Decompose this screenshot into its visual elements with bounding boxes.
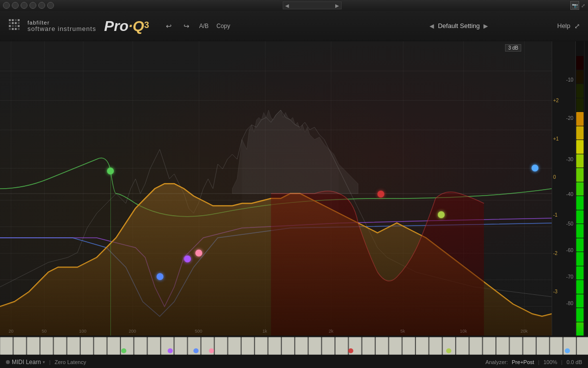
freq-label-500: 500 (195, 329, 202, 334)
kb-dot-pink (209, 348, 214, 353)
help-button[interactable]: Help (557, 22, 570, 29)
gain-minus2: -2 (553, 251, 558, 256)
svg-rect-15 (18, 28, 20, 30)
freq-label-20: 20 (8, 329, 13, 334)
eq-main: 3 dB (0, 41, 588, 336)
svg-rect-20 (0, 336, 588, 355)
freq-label-10k: 10k (460, 329, 467, 334)
title-bar-button-1[interactable] (3, 2, 10, 9)
kb-dot-yellow-green (446, 348, 452, 353)
midi-learn-area: MIDI Learn ▾ (6, 359, 45, 366)
svg-rect-12 (9, 28, 11, 30)
piano-keys-overlay[interactable] (0, 336, 588, 355)
kb-dot-light-blue (565, 348, 570, 353)
svg-rect-0 (9, 19, 11, 21)
analyzer-label: Analyzer: (485, 359, 508, 365)
freq-label-20k: 20k (521, 329, 528, 334)
freq-label-1k: 1k (263, 329, 267, 334)
svg-rect-14 (15, 28, 17, 30)
copy-button[interactable]: Copy (216, 23, 230, 29)
title-bar: ◀ ▶ 📷 ⤢ (0, 0, 588, 11)
filter-dot-blue[interactable] (157, 273, 163, 280)
preset-area: ◀ Default Setting ▶ (360, 22, 557, 29)
pro-label: Pro (104, 18, 129, 34)
freq-label-200: 200 (129, 329, 136, 334)
db-minus40: -40 (566, 192, 573, 197)
gain-value: 0.0 dB (566, 359, 582, 365)
zoom-area[interactable]: 100% (543, 359, 557, 365)
db-minus20: -20 (566, 115, 573, 120)
title-bar-resize[interactable]: ⤢ (581, 3, 585, 8)
logo-icon (8, 18, 24, 34)
redo-button[interactable]: ↪ (182, 21, 191, 31)
kb-dot-purple (168, 348, 173, 353)
svg-rect-9 (12, 25, 14, 27)
scrollbar-right[interactable] (584, 41, 588, 336)
next-preset-button[interactable]: ▶ (483, 23, 488, 29)
brand-text: fabfilter software instruments (27, 20, 96, 32)
midi-learn-label[interactable]: MIDI Learn (12, 359, 41, 366)
filter-dot-pink[interactable] (195, 250, 202, 256)
svg-rect-6 (15, 22, 17, 24)
db-scale: +2 +1 0 -1 -2 -3 -10 -20 -30 -40 -50 -60… (552, 41, 575, 336)
svg-rect-4 (9, 22, 11, 24)
eq-canvas[interactable]: 3 dB (0, 41, 552, 336)
svg-rect-8 (9, 25, 11, 27)
svg-rect-1 (12, 19, 14, 21)
separator-3: | (561, 359, 562, 365)
kb-dot-blue (193, 348, 199, 353)
camera-icon[interactable]: 📷 (570, 1, 579, 10)
analyzer-area: Analyzer: Pre+Post (485, 359, 534, 365)
db-minus60: -60 (566, 248, 573, 253)
kb-dot-green (121, 348, 127, 353)
db-minus50: -50 (566, 221, 573, 226)
filter-dot-light-blue[interactable] (532, 165, 538, 171)
gain-zero: 0 (553, 174, 556, 179)
filter-dot-red[interactable] (377, 191, 384, 198)
filter-line-green (110, 171, 111, 336)
undo-button[interactable]: ↩ (164, 21, 174, 31)
db-minus80: -80 (566, 301, 573, 306)
svg-rect-10 (15, 25, 17, 27)
ab-button[interactable]: A/B (199, 23, 209, 29)
gain-plus2: +2 (553, 97, 559, 103)
gain-plus1: +1 (553, 136, 559, 141)
expand-button[interactable]: ⤢ (574, 22, 580, 30)
gain-minus1: -1 (553, 212, 558, 218)
title-bar-button-5[interactable] (38, 2, 45, 9)
filter-dot-green[interactable] (107, 168, 114, 174)
q-label: Q (133, 18, 144, 34)
filter-dot-purple[interactable] (184, 255, 191, 262)
freq-label-100: 100 (79, 329, 86, 334)
title-bar-button-3[interactable] (21, 2, 27, 9)
db-minus10: -10 (566, 77, 573, 82)
analyzer-value[interactable]: Pre+Post (512, 359, 535, 365)
midi-learn-dropdown[interactable]: ▾ (43, 360, 45, 365)
vu-meter (575, 41, 584, 336)
freq-label-50: 50 (42, 329, 47, 334)
zero-latency-area[interactable]: Zero Latency (54, 359, 86, 365)
separator-2: | (538, 359, 539, 365)
kb-dot-red (348, 348, 353, 353)
svg-rect-7 (18, 22, 20, 24)
status-bar: MIDI Learn ▾ | Zero Latency Analyzer: Pr… (0, 355, 588, 368)
title-bar-button-2[interactable] (12, 2, 19, 9)
title-bar-button-6[interactable] (47, 2, 54, 9)
toolbar: ↩ ↪ A/B Copy (164, 21, 361, 31)
svg-rect-11 (18, 25, 20, 27)
separator-1: | (49, 359, 51, 365)
db-minus70: -70 (566, 274, 573, 280)
svg-rect-5 (12, 22, 14, 24)
plugin-header: fabfilter software instruments Pro·Q3 ↩ … (0, 11, 588, 41)
logo-area: fabfilter software instruments Pro·Q3 (8, 18, 149, 34)
filter-dot-yellow-green[interactable] (438, 211, 445, 218)
midi-indicator-dot (6, 360, 10, 364)
eq-curve-svg (0, 41, 552, 336)
svg-rect-3 (18, 19, 20, 21)
version-label: 3 (144, 20, 149, 29)
freq-label-5k: 5k (401, 329, 405, 334)
prev-preset-button[interactable]: ◀ (429, 23, 434, 29)
title-bar-button-4[interactable] (29, 2, 36, 9)
brand-software: software instruments (27, 26, 96, 32)
db-minus30: -30 (566, 156, 573, 162)
